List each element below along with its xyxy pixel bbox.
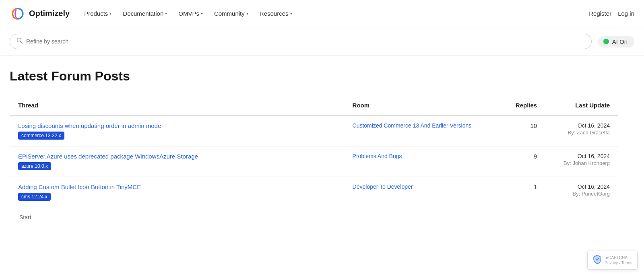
thread-link[interactable]: Losing discounts when updating order in … (18, 122, 336, 129)
thread-link[interactable]: EPiServer.Azure uses deprecated package … (18, 153, 336, 160)
chevron-down-icon: ▾ (201, 11, 203, 16)
update-by: By: PuneetGarg (553, 191, 610, 197)
replies-cell: 1 (496, 177, 545, 208)
col-header-thread: Thread (10, 95, 345, 116)
last-update-cell: Oct 16, 2024 By: Johan Kronberg (545, 146, 618, 177)
search-bar-area: AI On (0, 27, 644, 56)
table-row: EPiServer.Azure uses deprecated package … (10, 146, 618, 177)
nav-auth: Register Log in (589, 10, 634, 17)
last-update-cell: Oct 16, 2024 By: PuneetGarg (545, 177, 618, 208)
pagination-area: Start (10, 208, 618, 227)
table-row: Losing discounts when updating order in … (10, 115, 618, 146)
search-input[interactable] (26, 38, 585, 45)
thread-tag: azure.10.0.x (18, 162, 51, 170)
table-header-row: Thread Room Replies Last Update (10, 95, 618, 116)
logo-link[interactable]: Optimizely (10, 6, 70, 22)
col-header-replies: Replies (496, 95, 545, 116)
table-row: Adding Custom Bullet Icon Button in Tiny… (10, 177, 618, 208)
col-header-last-update: Last Update (545, 95, 618, 116)
page-title: Latest Forum Posts (10, 69, 618, 84)
thread-link[interactable]: Adding Custom Bullet Icon Button in Tiny… (18, 183, 336, 190)
last-update-cell: Oct 16, 2024 By: Zach Graceffa (545, 115, 618, 146)
forum-table: Thread Room Replies Last Update Losing d… (10, 95, 618, 208)
nav-item-resources[interactable]: Resources ▾ (255, 7, 297, 20)
logo-text: Optimizely (29, 9, 70, 18)
nav-items: Products ▾ Documentation ▾ OMVPs ▾ Commu… (79, 7, 586, 20)
chevron-down-icon: ▾ (290, 11, 292, 16)
thread-cell: Losing discounts when updating order in … (10, 115, 345, 146)
login-link[interactable]: Log in (618, 10, 634, 17)
thread-cell: EPiServer.Azure uses deprecated package … (10, 146, 345, 177)
col-header-room: Room (345, 95, 497, 116)
navbar: Optimizely Products ▾ Documentation ▾ OM… (0, 0, 644, 27)
main-content: Latest Forum Posts Thread Room Replies L… (0, 56, 628, 227)
ai-toggle-label: AI On (612, 38, 627, 45)
nav-item-documentation[interactable]: Documentation ▾ (118, 7, 172, 20)
room-cell: Developer To Developer (345, 177, 497, 208)
chevron-down-icon: ▾ (165, 11, 167, 16)
replies-cell: 10 (496, 115, 545, 146)
room-cell: Problems And Bugs (345, 146, 497, 177)
nav-item-products[interactable]: Products ▾ (79, 7, 116, 20)
room-cell: Customized Commerce 13 And Earlier Versi… (345, 115, 497, 146)
nav-item-omvps[interactable]: OMVPs ▾ (173, 7, 208, 20)
nav-item-community[interactable]: Community ▾ (209, 7, 253, 20)
search-wrapper (10, 34, 592, 49)
pagination-start[interactable]: Start (19, 214, 31, 220)
optimizely-logo-icon (10, 6, 26, 22)
svg-line-2 (21, 42, 23, 43)
update-by: By: Zach Graceffa (553, 130, 610, 136)
replies-cell: 9 (496, 146, 545, 177)
chevron-down-icon: ▾ (246, 11, 248, 16)
room-link[interactable]: Problems And Bugs (353, 153, 489, 159)
chevron-down-icon: ▾ (109, 11, 111, 16)
update-date: Oct 16, 2024 (553, 183, 610, 190)
thread-tag: commerce.13.32.x (18, 132, 64, 140)
room-link[interactable]: Customized Commerce 13 And Earlier Versi… (353, 122, 489, 129)
room-link[interactable]: Developer To Developer (353, 183, 489, 190)
thread-tag: cms.12.24.x (18, 193, 51, 201)
ai-status-dot (603, 39, 609, 44)
search-icon (17, 37, 23, 45)
thread-cell: Adding Custom Bullet Icon Button in Tiny… (10, 177, 345, 208)
update-date: Oct 16, 2024 (553, 122, 610, 129)
update-date: Oct 16, 2024 (553, 153, 610, 159)
ai-toggle[interactable]: AI On (598, 36, 634, 47)
register-link[interactable]: Register (589, 10, 611, 17)
update-by: By: Johan Kronberg (553, 160, 610, 166)
